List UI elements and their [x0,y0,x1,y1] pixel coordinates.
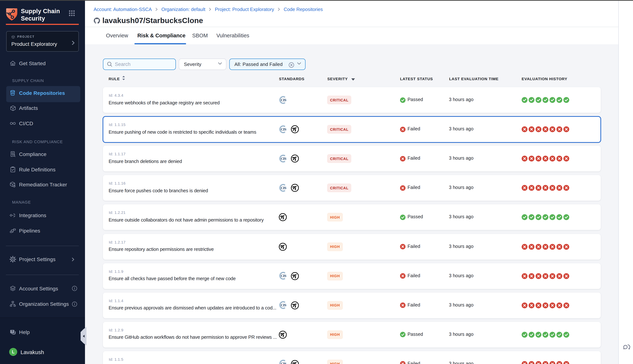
svg-text:CIS: CIS [281,304,286,307]
svg-text:CIS: CIS [281,362,286,364]
svg-text:?: ? [11,330,13,333]
svg-text:CIS: CIS [281,186,286,190]
svg-text:CIS: CIS [281,128,286,131]
svg-text:CIS: CIS [281,274,286,278]
svg-text:CIS: CIS [281,98,286,102]
svg-text:CIS: CIS [281,157,286,160]
